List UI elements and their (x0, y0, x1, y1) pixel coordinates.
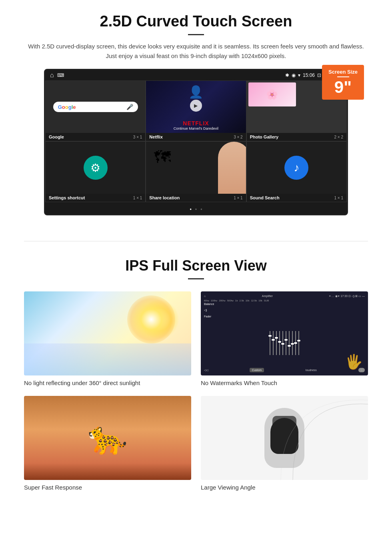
figure-silhouette: 👤 (188, 85, 203, 99)
settings-label: Settings shortcut (49, 195, 85, 200)
badge-underline (337, 76, 349, 77)
amp-icons: ≡ … ◉ ▾ 17:33 ⊡ ◁) ⊠ ▭ — (329, 295, 365, 298)
sound-cell-content: ♪ (247, 142, 346, 194)
sky-gradient (24, 343, 191, 375)
amp-eq-area: 🖐 (204, 319, 365, 366)
status-bar: ⌂ ⌨ ✱ ◉ ▾ 15:06 ⊡ ◁) ⊠ ▭ (45, 70, 347, 80)
home-icon: ⌂ (50, 72, 54, 79)
eq-freq-labels: 60hz100hz200hz500hz1k2.5k10k12.5k15kSUB (204, 299, 365, 302)
netflix-logo: NETFLIX (149, 120, 242, 126)
pagination-dots: ● ● ● (45, 202, 347, 214)
settings-size: 1 × 1 (133, 196, 142, 200)
eq-bar-1 (270, 331, 270, 355)
sound-label-row: Sound Search 1 × 1 (247, 194, 346, 202)
amp-home-icon: ⌂ (204, 295, 206, 298)
car-top-view (260, 406, 308, 470)
feature-sunlight: No light reflecting under 360° direct su… (24, 291, 191, 386)
cheetah-emoji: 🐆 (88, 419, 128, 457)
amplifier-image: ⌂ Amplifier ≡ … ◉ ▾ 17:33 ⊡ ◁) ⊠ ▭ — 60h… (201, 291, 368, 375)
car-caption: Large Viewing Angle (201, 484, 368, 491)
feature-amplifier: ⌂ Amplifier ≡ … ◉ ▾ 17:33 ⊡ ◁) ⊠ ▭ — 60h… (201, 291, 368, 386)
amp-back-icon: ◁◁ (204, 369, 208, 372)
touch-hand-icon: 🖐 (345, 353, 363, 370)
app-cell-netflix[interactable]: 👤 ▶ NETFLIX Continue Marvel's Daredevil … (146, 80, 246, 141)
maps-icon: 🗺 (154, 148, 171, 167)
amplifier-caption: No Watermarks When Touch (201, 379, 368, 386)
car-roof (270, 418, 298, 454)
settings-cell-content: ⚙ (46, 142, 145, 194)
section1-title: 2.5D Curved Touch Screen (24, 13, 368, 30)
share-label-row: Share location 1 × 1 (146, 194, 246, 202)
bluetooth-icon: ✱ (285, 72, 289, 78)
sunlight-image (24, 291, 191, 375)
usb-icon: ⌨ (57, 72, 64, 78)
app-cell-sound[interactable]: ♪ Sound Search 1 × 1 (246, 141, 347, 202)
title-underline (188, 34, 204, 35)
gallery-main-thumb (248, 82, 296, 106)
sound-size: 1 × 1 (334, 196, 343, 200)
google-logo: Google (58, 104, 76, 110)
hand-gesture (218, 142, 246, 194)
device-wrapper: Screen Size 9" ⌂ ⌨ ✱ ◉ ▾ 15:06 ⊡ ◁) ⊠ (44, 69, 348, 215)
eq-bar-7 (289, 331, 290, 355)
amp-custom-btn[interactable]: Custom (250, 368, 264, 372)
google-label-row: Google 3 × 1 (46, 133, 145, 141)
microphone-icon: 🎤 (126, 104, 133, 110)
netflix-sub: Continue Marvel's Daredevil (149, 126, 242, 130)
wifi-icon: ▾ (298, 72, 300, 78)
eq-bars (270, 327, 299, 359)
screen-size-value: 9" (328, 79, 358, 96)
settings-icon: ⚙ (84, 156, 108, 180)
section2-underline (188, 278, 204, 279)
eq-bar-2 (273, 331, 274, 355)
share-cell-content: 🗺 (146, 142, 246, 194)
time-display: 15:06 (303, 72, 315, 78)
app-cell-google[interactable]: Google 🎤 Google 3 × 1 (45, 80, 146, 141)
gallery-size: 2 × 2 (334, 135, 343, 139)
google-cell-content: Google 🎤 (46, 81, 145, 133)
netflix-overlay: NETFLIX Continue Marvel's Daredevil (146, 118, 246, 133)
section-ips: IPS Full Screen View No light reflecting… (0, 257, 392, 507)
screen-size-label: Screen Size (328, 69, 358, 75)
cheetah-caption: Super Fast Response (24, 484, 191, 491)
share-size: 1 × 1 (234, 196, 243, 200)
app-grid: Google 🎤 Google 3 × 1 � (45, 80, 347, 141)
amp-loudness-label: loudness (306, 369, 317, 371)
sunlight-caption: No light reflecting under 360° direct su… (24, 379, 191, 386)
eq-bar-8 (292, 331, 293, 355)
sound-icon: ♪ (284, 156, 308, 180)
eq-bar-6 (286, 331, 286, 355)
play-button[interactable]: ▶ (190, 100, 202, 112)
settings-label-row: Settings shortcut 1 × 1 (46, 194, 145, 202)
eq-bar-5 (282, 331, 283, 355)
amp-status-bar: ⌂ Amplifier ≡ … ◉ ▾ 17:33 ⊡ ◁) ⊠ ▭ — (204, 295, 365, 298)
balance-fader: Balance ◁) Fader (204, 303, 365, 318)
status-bar-left: ⌂ ⌨ (50, 72, 64, 79)
amp-time: 17:33 (340, 295, 348, 297)
device-screen: ⌂ ⌨ ✱ ◉ ▾ 15:06 ⊡ ◁) ⊠ ▭ (44, 69, 348, 215)
gallery-label: Photo Gallery (250, 134, 279, 139)
gallery-label-row: Photo Gallery 2 × 2 (247, 133, 346, 141)
amp-bottom-bar: ◁◁ Custom loudness ○ (204, 368, 365, 372)
camera-icon: ⊡ (317, 72, 321, 78)
app-cell-share[interactable]: 🗺 Share location 1 × 1 (146, 141, 246, 202)
car-image (201, 396, 368, 480)
app-grid-bottom: ⚙ Settings shortcut 1 × 1 🗺 Sha (45, 141, 347, 202)
cheetah-image: 🐆 (24, 396, 191, 480)
eq-bar-10 (298, 331, 299, 355)
google-search-bar[interactable]: Google 🎤 (53, 102, 138, 112)
amp-title: Amplifier (262, 295, 273, 298)
app-cell-settings[interactable]: ⚙ Settings shortcut 1 × 1 (45, 141, 146, 202)
feature-car: Large Viewing Angle (201, 396, 368, 491)
google-label: Google (49, 134, 64, 139)
google-size: 3 × 1 (133, 135, 142, 139)
eq-bar-4 (279, 331, 280, 355)
eq-bar-3 (276, 331, 277, 355)
sun-glow (127, 295, 175, 343)
netflix-label: Netflix (149, 134, 163, 139)
screen-size-badge: Screen Size 9" (322, 65, 364, 100)
feature-cheetah: 🐆 Super Fast Response (24, 396, 191, 491)
section-divider (24, 241, 368, 241)
netflix-label-row: Netflix 3 × 2 (146, 133, 246, 141)
features-grid: No light reflecting under 360° direct su… (24, 291, 368, 491)
